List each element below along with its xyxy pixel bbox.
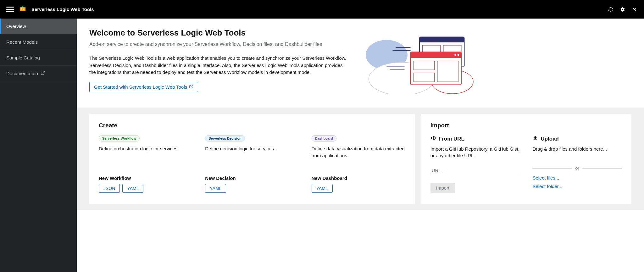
create-workflow: Serverless Workflow Define orchestration… (99, 135, 192, 193)
page-description: The Serverless Logic Web Tools is a web … (89, 55, 347, 76)
main-content: Welcome to Serverless Logic Web Tools Ad… (77, 19, 644, 272)
svg-point-3 (21, 9, 22, 9)
workflow-desc: Define orchestration logic for services. (99, 145, 192, 166)
select-files-link[interactable]: Select files... (532, 175, 622, 180)
dashboard-tag: Dashboard (312, 135, 336, 142)
workflow-tag: Serverless Workflow (99, 135, 140, 142)
sidebar-item-overview[interactable]: Overview (0, 19, 77, 34)
decision-new-label: New Decision (205, 175, 299, 181)
svg-point-4 (24, 9, 24, 9)
import-button[interactable]: Import (430, 183, 455, 193)
external-link-icon (189, 84, 193, 90)
decision-tag: Serverless Decision (205, 135, 245, 142)
get-started-label: Get Started with Serverless Logic Web To… (94, 84, 187, 90)
external-link-icon (41, 71, 45, 76)
page-subtitle: Add-on service to create and synchronize… (89, 42, 347, 47)
create-dashboard: Dashboard Define data visualization from… (312, 135, 405, 193)
app-logo (19, 6, 26, 13)
select-folder-link[interactable]: Select folder... (532, 184, 622, 189)
svg-rect-9 (419, 37, 464, 42)
or-divider: or (532, 166, 622, 171)
import-title: Import (430, 122, 622, 129)
import-card: Import From URL Import a GitHub Reposito… (421, 114, 631, 204)
new-decision-yaml-button[interactable]: YAML (205, 184, 226, 193)
connection-icon[interactable] (631, 6, 638, 13)
app-title: Serverless Logic Web Tools (31, 7, 94, 12)
svg-rect-0 (20, 7, 25, 11)
import-from-url: From URL Import a GitHub Repository, a G… (430, 135, 520, 193)
page-title: Welcome to Serverless Logic Web Tools (89, 28, 347, 38)
sidebar-item-sample-catalog[interactable]: Sample Catalog (0, 50, 77, 66)
hero-section: Welcome to Serverless Logic Web Tools Ad… (77, 19, 644, 108)
svg-rect-13 (411, 52, 462, 58)
sidebar-item-label: Overview (6, 24, 26, 29)
new-workflow-json-button[interactable]: JSON (99, 184, 120, 193)
panels: Create Serverless Workflow Define orches… (77, 108, 644, 210)
decision-desc: Define decision logic for services. (205, 145, 299, 166)
new-workflow-yaml-button[interactable]: YAML (122, 184, 143, 193)
sidebar-item-label: Sample Catalog (6, 55, 40, 60)
dashboard-new-label: New Dashboard (312, 175, 405, 181)
create-decision: Serverless Decision Define decision logi… (205, 135, 299, 193)
sidebar: Overview Recent Models Sample Catalog Do… (0, 19, 77, 272)
topbar: Serverless Logic Web Tools (0, 0, 644, 19)
upload-desc: Drag & drop files and folders here... (532, 146, 622, 159)
topbar-right (608, 6, 638, 13)
dashboard-desc: Define data visualization from data extr… (312, 145, 405, 166)
topbar-left: Serverless Logic Web Tools (6, 6, 94, 13)
refresh-icon[interactable] (608, 6, 614, 13)
upload-heading: Upload (541, 136, 559, 142)
svg-point-14 (454, 54, 456, 56)
code-icon (430, 135, 436, 142)
sidebar-item-recent-models[interactable]: Recent Models (0, 34, 77, 50)
from-url-desc: Import a GitHub Repository, a GitHub Gis… (430, 146, 520, 159)
from-url-heading: From URL (439, 136, 464, 142)
gear-icon[interactable] (619, 6, 626, 13)
sidebar-item-label: Recent Models (6, 39, 38, 45)
svg-point-15 (458, 54, 459, 56)
upload-icon (532, 135, 538, 142)
create-title: Create (99, 122, 405, 129)
hero-text: Welcome to Serverless Logic Web Tools Ad… (89, 28, 347, 92)
get-started-button[interactable]: Get Started with Serverless Logic Web To… (89, 82, 198, 92)
import-upload: Upload Drag & drop files and folders her… (532, 135, 622, 193)
new-dashboard-yaml-button[interactable]: YAML (312, 184, 333, 193)
workflow-new-label: New Workflow (99, 175, 192, 181)
menu-toggle-button[interactable] (6, 6, 14, 13)
url-input[interactable] (430, 166, 520, 175)
sidebar-item-label: Documentation (6, 71, 38, 76)
sidebar-item-documentation[interactable]: Documentation (0, 66, 77, 81)
hero-illustration (360, 28, 479, 95)
create-card: Create Serverless Workflow Define orches… (89, 114, 415, 204)
